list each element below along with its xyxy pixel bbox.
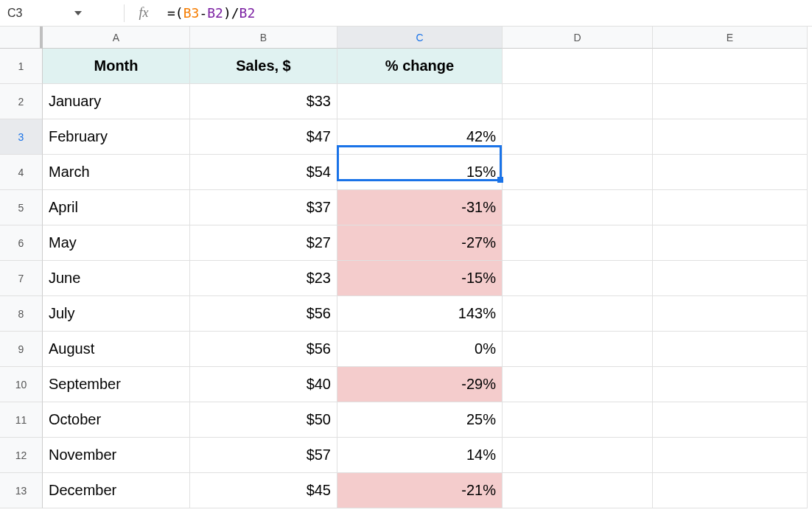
table-row: 7June$23-15%	[0, 261, 812, 296]
cell-month[interactable]: January	[43, 84, 190, 119]
cell-month[interactable]: September	[43, 367, 190, 402]
cell-sales[interactable]: $56	[190, 296, 337, 332]
row-header[interactable]: 10	[0, 367, 43, 402]
cell-month[interactable]: December	[43, 473, 190, 508]
cell-month[interactable]: April	[43, 190, 190, 225]
cell-sales[interactable]: $45	[190, 473, 337, 508]
cell-sales[interactable]: $37	[190, 190, 337, 225]
cell-empty[interactable]	[503, 367, 653, 402]
cell-empty[interactable]	[653, 332, 808, 367]
cell-sales[interactable]: $57	[190, 438, 337, 473]
cell-change[interactable]: 14%	[337, 438, 503, 473]
cell-empty[interactable]	[653, 261, 808, 296]
cell-change[interactable]: -31%	[337, 190, 503, 225]
row-header[interactable]: 13	[0, 473, 43, 508]
formula-input[interactable]: =(B3-B2)/B2	[160, 0, 812, 26]
table-row: 4March$5415%	[0, 155, 812, 190]
cell-month[interactable]: February	[43, 119, 190, 155]
cell-empty[interactable]	[653, 438, 808, 473]
cell-change[interactable]: -15%	[337, 261, 503, 296]
cell-sales[interactable]: $56	[190, 332, 337, 367]
row-header[interactable]: 1	[0, 49, 43, 84]
cell-month[interactable]: July	[43, 296, 190, 332]
cell-empty[interactable]	[653, 367, 808, 402]
cell-change[interactable]: -27%	[337, 225, 503, 261]
row-header[interactable]: 9	[0, 332, 43, 367]
row-header[interactable]: 8	[0, 296, 43, 332]
cell-empty[interactable]	[653, 190, 808, 225]
row-header[interactable]: 3	[0, 119, 43, 155]
table-row: 10September$40-29%	[0, 367, 812, 402]
cell-empty[interactable]	[653, 296, 808, 332]
cell-month[interactable]: August	[43, 332, 190, 367]
formula-eq: =	[167, 5, 175, 21]
cell-header-month[interactable]: Month	[43, 49, 190, 84]
cell-empty[interactable]	[503, 84, 653, 119]
cell-change[interactable]: 25%	[337, 402, 503, 438]
formula-open-paren: (	[175, 5, 183, 21]
col-header-a[interactable]: A	[43, 27, 190, 49]
cell-empty[interactable]	[503, 225, 653, 261]
cell-empty[interactable]	[503, 49, 653, 84]
cell-month[interactable]: October	[43, 402, 190, 438]
row-header[interactable]: 4	[0, 155, 43, 190]
cell-header-change[interactable]: % change	[337, 49, 503, 84]
cell-change[interactable]: -21%	[337, 473, 503, 508]
cell-empty[interactable]	[653, 402, 808, 438]
cell-month[interactable]: November	[43, 438, 190, 473]
formula-bar: C3 fx =(B3-B2)/B2	[0, 0, 812, 27]
cell-empty[interactable]	[653, 225, 808, 261]
row-header[interactable]: 5	[0, 190, 43, 225]
cell-empty[interactable]	[653, 49, 808, 84]
row-header[interactable]: 12	[0, 438, 43, 473]
cell-empty[interactable]	[503, 119, 653, 155]
cell-empty[interactable]	[503, 332, 653, 367]
row-header[interactable]: 11	[0, 402, 43, 438]
cell-change[interactable]: 15%	[337, 155, 503, 190]
cell-empty[interactable]	[503, 438, 653, 473]
cell-empty[interactable]	[503, 296, 653, 332]
formula-ref-b2a: B2	[207, 5, 223, 21]
cell-change[interactable]: 42%	[337, 119, 503, 155]
cell-empty[interactable]	[653, 84, 808, 119]
row-header[interactable]: 6	[0, 225, 43, 261]
cell-sales[interactable]: $40	[190, 367, 337, 402]
cell-month[interactable]: March	[43, 155, 190, 190]
col-header-d[interactable]: D	[503, 27, 653, 49]
table-row: 11October$5025%	[0, 402, 812, 438]
cell-empty[interactable]	[503, 261, 653, 296]
cell-sales[interactable]: $27	[190, 225, 337, 261]
cell-empty[interactable]	[503, 473, 653, 508]
cell-empty[interactable]	[653, 155, 808, 190]
cell-sales[interactable]: $50	[190, 402, 337, 438]
col-header-b[interactable]: B	[190, 27, 337, 49]
formula-div: /	[231, 5, 239, 21]
cell-month[interactable]: June	[43, 261, 190, 296]
cell-empty[interactable]	[503, 155, 653, 190]
fx-icon: fx	[127, 5, 160, 21]
col-header-c[interactable]: C	[337, 27, 503, 49]
cell-change[interactable]: 143%	[337, 296, 503, 332]
cell-change[interactable]	[337, 84, 503, 119]
cell-month[interactable]: May	[43, 225, 190, 261]
table-row: 8July$56143%	[0, 296, 812, 332]
cell-sales[interactable]: $54	[190, 155, 337, 190]
row-header[interactable]: 7	[0, 261, 43, 296]
row-header[interactable]: 2	[0, 84, 43, 119]
cell-empty[interactable]	[503, 402, 653, 438]
cell-sales[interactable]: $33	[190, 84, 337, 119]
table-row: 1MonthSales, $% change	[0, 49, 812, 84]
cell-change[interactable]: -29%	[337, 367, 503, 402]
cell-change[interactable]: 0%	[337, 332, 503, 367]
cell-header-sales[interactable]: Sales, $	[190, 49, 337, 84]
cell-empty[interactable]	[653, 473, 808, 508]
cell-sales[interactable]: $47	[190, 119, 337, 155]
table-row: 13December$45-21%	[0, 473, 812, 508]
cell-empty[interactable]	[653, 119, 808, 155]
cell-sales[interactable]: $23	[190, 261, 337, 296]
select-all-corner[interactable]	[0, 27, 43, 49]
name-box-dropdown-icon[interactable]	[69, 0, 87, 26]
col-header-e[interactable]: E	[653, 27, 808, 49]
cell-empty[interactable]	[503, 190, 653, 225]
name-box[interactable]: C3	[0, 0, 69, 26]
